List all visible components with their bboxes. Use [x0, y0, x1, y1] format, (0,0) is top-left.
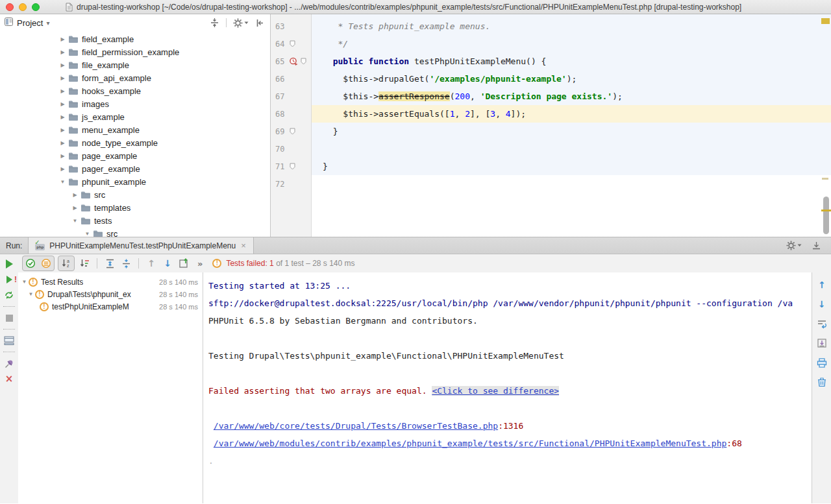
previous-failed-test-button[interactable]: ↑	[145, 257, 158, 270]
project-tree-row[interactable]: ▼ phpunit_example	[0, 175, 270, 188]
project-tree-row[interactable]: ▶ hooks_example	[0, 84, 270, 97]
code-line[interactable]	[312, 175, 831, 193]
up-the-stack-trace-button[interactable]: ↓	[815, 278, 828, 291]
project-tree-row[interactable]: ▶ pager_example	[0, 162, 270, 175]
chevron-expanded-icon[interactable]: ▼	[20, 279, 29, 285]
project-tree-row[interactable]: ▶ field_example	[0, 32, 270, 45]
project-tree-row[interactable]: ▶ images	[0, 97, 270, 110]
project-tree-row[interactable]: ▶ file_example	[0, 58, 270, 71]
console-link[interactable]: /var/www/web/modules/contrib/examples/ph…	[214, 438, 727, 448]
code-line[interactable]: }	[312, 123, 831, 140]
chevron-collapsed-icon[interactable]: ▶	[58, 114, 67, 120]
rerun-button[interactable]	[3, 259, 15, 269]
project-tree-row[interactable]: ▶ templates	[0, 201, 270, 214]
fold-marker-icon[interactable]	[288, 40, 297, 47]
import-test-results-button[interactable]	[177, 257, 190, 270]
pin-tab-icon[interactable]	[3, 358, 15, 368]
code-line[interactable]: * Tests phpunit_example menus.	[312, 18, 831, 35]
toggle-auto-test-icon[interactable]	[3, 290, 15, 300]
expand-all-button[interactable]	[103, 257, 116, 270]
code-line[interactable]: $this->assertResponse(200, 'Description …	[312, 88, 831, 105]
close-icon[interactable]: ×	[3, 374, 15, 384]
code-line[interactable]: public function testPhpUnitExampleMenu()…	[312, 53, 831, 70]
soft-wrap-toggle[interactable]	[815, 317, 828, 330]
more-actions-icon[interactable]: »	[197, 259, 203, 269]
show-ignored-toggle[interactable]	[40, 257, 53, 270]
collapse-all-button[interactable]	[210, 18, 219, 27]
project-tree-row[interactable]: ▶ node_type_example	[0, 136, 270, 149]
sort-alphabetically-toggle[interactable]: az	[60, 257, 73, 270]
down-the-stack-trace-button[interactable]: ↓	[815, 298, 828, 311]
run-tab[interactable]: php ✓ PHPUnitExampleMenuTest.testPhpUnit…	[28, 237, 253, 254]
gear-icon[interactable]	[786, 241, 802, 250]
chevron-collapsed-icon[interactable]: ▶	[58, 153, 67, 159]
zoom-window-button[interactable]	[32, 3, 40, 11]
code-line[interactable]: */	[312, 35, 831, 53]
console-output[interactable]: Testing started at 13:25 ...sftp://docke…	[203, 272, 812, 503]
minimize-window-button[interactable]	[19, 3, 27, 11]
chevron-expanded-icon[interactable]: ▼	[27, 291, 35, 297]
text-segment: 200	[455, 91, 470, 101]
test-tree-row[interactable]: ▼ ! Drupal\Tests\phpunit_ex 28 s 140 ms	[18, 288, 203, 300]
project-tree-row[interactable]: ▶ page_example	[0, 149, 270, 162]
chevron-collapsed-icon[interactable]: ▶	[71, 192, 79, 198]
gutter-row: 69	[271, 123, 311, 140]
code-line[interactable]: $this->assertEquals([1, 2], [3, 4]);	[312, 105, 831, 123]
warning-stripe-mark[interactable]	[821, 210, 831, 211]
editor-code[interactable]: * Tests phpunit_example menus. */ public…	[312, 14, 831, 237]
fold-marker-icon[interactable]	[299, 58, 308, 65]
project-tree-row[interactable]: ▶ menu_example	[0, 123, 270, 136]
analysis-status-indicator[interactable]	[821, 18, 830, 24]
project-panel-title[interactable]: Project	[17, 18, 43, 28]
chevron-collapsed-icon[interactable]: ▶	[58, 75, 67, 81]
project-tree-row[interactable]: ▶ src	[0, 188, 270, 201]
project-tree-row[interactable]: ▶ js_example	[0, 110, 270, 123]
chevron-down-icon[interactable]: ▾	[46, 19, 49, 27]
fold-marker-icon[interactable]	[288, 128, 297, 135]
console-link[interactable]: /var/www/web/core/tests/Drupal/Tests/Bro…	[214, 421, 498, 431]
code-line[interactable]: $this->drupalGet('/examples/phpunit-exam…	[312, 70, 831, 88]
chevron-collapsed-icon[interactable]: ▶	[58, 36, 67, 42]
stop-button[interactable]	[3, 313, 15, 323]
collapse-all-button[interactable]	[119, 257, 132, 270]
fold-marker-icon[interactable]	[288, 163, 297, 170]
restore-layout-button[interactable]	[3, 335, 15, 346]
chevron-collapsed-icon[interactable]: ▶	[58, 166, 67, 172]
project-tree-row[interactable]: ▼ tests	[0, 214, 270, 227]
sort-by-duration-button[interactable]	[78, 257, 91, 270]
hide-tool-window-icon[interactable]	[812, 241, 821, 250]
gutter-row: 72	[271, 175, 311, 193]
chevron-expanded-icon[interactable]: ▼	[71, 218, 79, 224]
editor-scrollbar-thumb[interactable]	[823, 197, 829, 234]
scroll-to-end-button[interactable]	[815, 337, 828, 350]
test-tree-row[interactable]: ! testPhpUnitExampleM 28 s 140 ms	[18, 300, 203, 313]
print-icon[interactable]	[815, 356, 828, 369]
chevron-collapsed-icon[interactable]: ▶	[58, 62, 67, 68]
chevron-collapsed-icon[interactable]: ▶	[71, 205, 79, 211]
hide-panel-icon[interactable]	[255, 19, 264, 27]
gear-icon[interactable]	[233, 18, 249, 28]
code-line[interactable]	[312, 140, 831, 158]
code-line[interactable]: }	[312, 158, 831, 175]
show-passed-toggle[interactable]	[24, 257, 37, 270]
project-tree-row[interactable]: ▶ field_permission_example	[0, 45, 270, 58]
chevron-collapsed-icon[interactable]: ▶	[58, 127, 67, 133]
project-tree-row[interactable]: ▼ src	[0, 227, 270, 237]
console-link[interactable]: <Click to see difference>	[432, 386, 559, 396]
chevron-collapsed-icon[interactable]: ▶	[58, 101, 67, 107]
clear-all-icon[interactable]	[815, 376, 828, 389]
test-tree-row[interactable]: ▼ ! Test Results 28 s 140 ms	[18, 276, 203, 288]
code-editor[interactable]: 63 64 65 66 67	[271, 14, 831, 237]
project-tree-row[interactable]: ▶ form_api_example	[0, 71, 270, 84]
chevron-collapsed-icon[interactable]: ▶	[58, 49, 67, 55]
rerun-failed-tests-button[interactable]: !	[3, 274, 15, 285]
chevron-expanded-icon[interactable]: ▼	[58, 179, 67, 185]
next-failed-test-button[interactable]: ↓	[161, 257, 174, 270]
chevron-collapsed-icon[interactable]: ▶	[58, 140, 67, 146]
failed-test-gutter-icon[interactable]	[288, 57, 299, 66]
chevron-expanded-icon[interactable]: ▼	[83, 231, 92, 237]
close-icon[interactable]: ×	[240, 241, 247, 250]
chevron-collapsed-icon[interactable]: ▶	[58, 88, 67, 94]
close-window-button[interactable]	[6, 3, 14, 11]
warning-stripe-mark[interactable]	[822, 178, 828, 180]
